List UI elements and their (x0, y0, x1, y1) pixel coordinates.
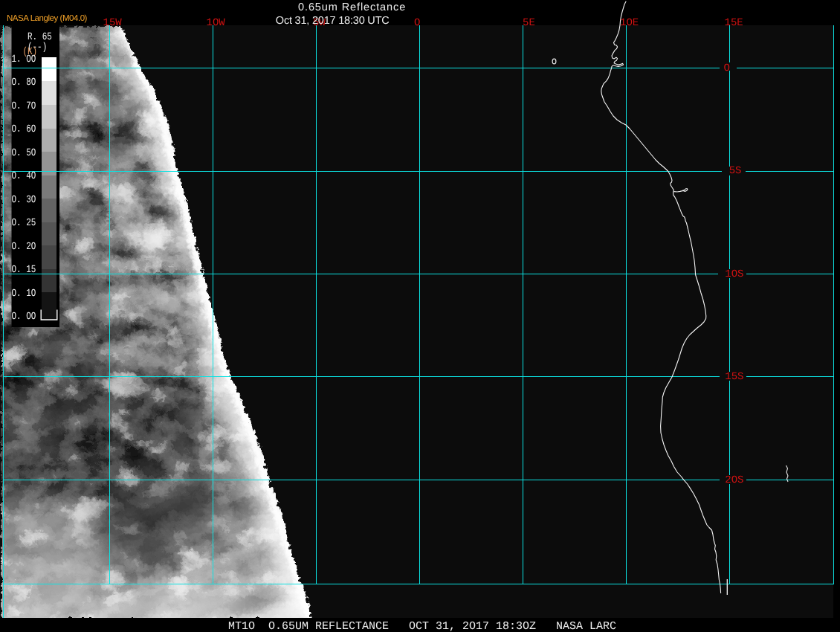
svg-text:O. 5O: O. 5O (12, 147, 36, 159)
svg-text:O. 15: O. 15 (12, 264, 36, 276)
svg-text:1OE: 1OE (620, 17, 639, 29)
svg-text:5S: 5S (729, 165, 742, 177)
svg-text:Oct 31, 2017 18:30 UTC: Oct 31, 2017 18:30 UTC (276, 15, 390, 27)
svg-text:15W: 15W (103, 17, 123, 29)
svg-text:MT1O O.65UM REFLECTANCE OCT: MT1O O.65UM REFLECTANCE OCT 31, 2O17 18:… (228, 620, 616, 632)
svg-text:NASA Langley (M04.0): NASA Langley (M04.0) (7, 14, 88, 23)
svg-text:1. OO: 1. OO (12, 54, 36, 65)
svg-text:0.65um Reflectance: 0.65um Reflectance (298, 1, 406, 13)
svg-text:O. 25: O. 25 (12, 217, 36, 229)
svg-text:O. 3O: O. 3O (12, 194, 36, 206)
svg-text:O. 1O: O. 1O (12, 288, 36, 300)
svg-text:15E: 15E (725, 17, 743, 29)
svg-text:1OS: 1OS (725, 268, 743, 280)
svg-text:O: O (414, 17, 420, 29)
svg-text:O. 7O: O. 7O (12, 100, 36, 112)
svg-text:1OW: 1OW (207, 17, 226, 29)
svg-text:O: O (724, 62, 730, 74)
svg-text:15S: 15S (725, 371, 743, 383)
svg-text:O. 8O: O. 8O (12, 77, 36, 88)
svg-text:O. 6O: O. 6O (12, 123, 36, 135)
svg-text:2OS: 2OS (725, 474, 743, 486)
svg-text:O. OO: O. OO (12, 311, 36, 323)
svg-text:5E: 5E (523, 17, 535, 29)
svg-text:O. 4O: O. 4O (12, 170, 36, 182)
svg-text:O. 2O: O. 2O (12, 241, 36, 253)
